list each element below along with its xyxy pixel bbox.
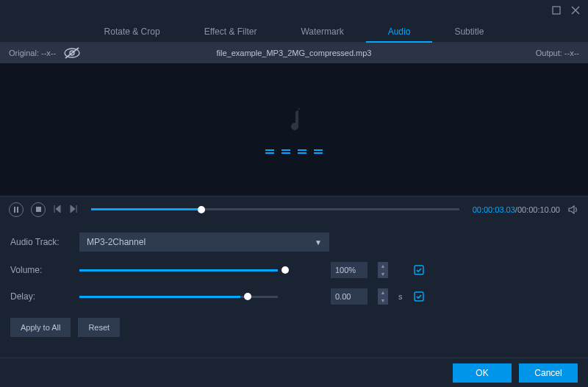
volume-input[interactable]: 100% bbox=[331, 262, 368, 278]
svg-rect-0 bbox=[553, 7, 560, 14]
output-label: Output: --x-- bbox=[536, 49, 579, 57]
cancel-button[interactable]: Cancel bbox=[519, 363, 578, 383]
info-bar: Original: --x-- file_example_MP3_2MG_com… bbox=[0, 43, 588, 63]
delay-reset-icon[interactable] bbox=[413, 291, 425, 302]
tab-subtitle[interactable]: Subtitle bbox=[432, 21, 506, 43]
settings-panel: Audio Track: MP3-2Channel ▼ Volume: 100%… bbox=[0, 222, 588, 343]
apply-all-button[interactable]: Apply to All bbox=[10, 318, 71, 337]
delay-slider[interactable] bbox=[79, 296, 278, 298]
delay-spinner[interactable]: ▲▼ bbox=[378, 288, 388, 305]
delay-thumb[interactable] bbox=[244, 293, 251, 300]
tab-rotate-crop[interactable]: Rotate & Crop bbox=[82, 21, 182, 43]
svg-rect-4 bbox=[14, 207, 15, 213]
titlebar bbox=[0, 0, 588, 21]
playback-controls: 00:00:03.03/00:00:10.00 bbox=[0, 196, 588, 222]
progress-thumb[interactable] bbox=[198, 206, 205, 213]
music-note-icon bbox=[284, 104, 304, 136]
volume-thumb[interactable] bbox=[282, 266, 289, 274]
chevron-down-icon: ▼ bbox=[315, 238, 322, 246]
preview-area bbox=[0, 63, 588, 196]
equalizer-icon bbox=[265, 149, 323, 155]
volume-spinner[interactable]: ▲▼ bbox=[378, 262, 388, 278]
audio-track-select[interactable]: MP3-2Channel ▼ bbox=[79, 232, 329, 252]
time-display: 00:00:03.03/00:00:10.00 bbox=[473, 205, 560, 214]
delay-input[interactable]: 0.00 bbox=[331, 288, 368, 305]
pause-button[interactable] bbox=[9, 202, 24, 217]
volume-label: Volume: bbox=[10, 265, 69, 275]
volume-slider[interactable] bbox=[79, 269, 278, 271]
tab-watermark[interactable]: Watermark bbox=[279, 21, 365, 43]
reset-button[interactable]: Reset bbox=[78, 318, 120, 337]
filename-label: file_example_MP3_2MG_compressed.mp3 bbox=[217, 49, 372, 57]
volume-reset-icon[interactable] bbox=[413, 264, 425, 276]
audio-track-value: MP3-2Channel bbox=[87, 237, 146, 247]
delay-unit: s bbox=[398, 292, 403, 301]
tab-effect-filter[interactable]: Effect & Filter bbox=[182, 21, 279, 43]
ok-button[interactable]: OK bbox=[453, 363, 512, 383]
next-button[interactable] bbox=[69, 204, 78, 216]
svg-rect-5 bbox=[17, 207, 18, 213]
delay-label: Delay: bbox=[10, 291, 69, 302]
close-button[interactable] bbox=[570, 5, 581, 15]
original-label: Original: --x-- bbox=[9, 49, 56, 57]
tabs: Rotate & Crop Effect & Filter Watermark … bbox=[0, 21, 588, 43]
time-current: 00:00:03.03 bbox=[473, 205, 515, 214]
tab-audio[interactable]: Audio bbox=[366, 21, 433, 43]
progress-fill bbox=[91, 208, 201, 210]
time-total: 00:00:10.00 bbox=[517, 205, 560, 214]
maximize-button[interactable] bbox=[551, 5, 562, 15]
audio-track-label: Audio Track: bbox=[10, 237, 69, 247]
progress-bar[interactable] bbox=[91, 208, 459, 210]
visibility-off-icon[interactable] bbox=[63, 47, 81, 59]
footer: OK Cancel bbox=[0, 358, 588, 387]
stop-button[interactable] bbox=[31, 202, 46, 217]
prev-button[interactable] bbox=[53, 204, 62, 216]
svg-rect-6 bbox=[36, 207, 41, 212]
volume-icon[interactable] bbox=[567, 204, 579, 216]
